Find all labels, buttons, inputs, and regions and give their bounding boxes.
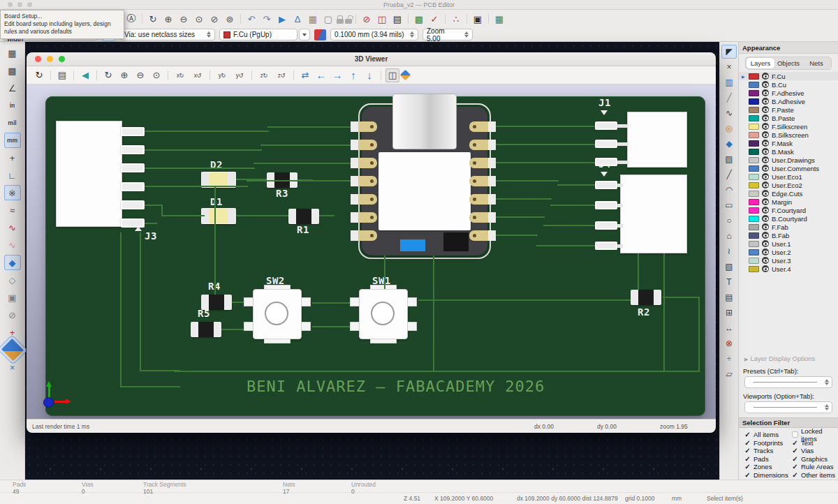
place-footprint-icon[interactable]: ▥: [721, 75, 737, 89]
checkbox[interactable]: ✓: [744, 455, 751, 463]
rotate-y-ccw-icon[interactable]: y↺: [232, 68, 247, 82]
grid-overrides-icon[interactable]: ▩: [4, 63, 21, 78]
appearance-tab[interactable]: Layers: [747, 58, 774, 68]
layer-row[interactable]: B.Cu: [739, 80, 838, 89]
scripting-console-icon[interactable]: ▣: [471, 12, 485, 26]
viewer-3d-titlebar[interactable]: 3D Viewer: [27, 52, 716, 66]
route-tracks-icon[interactable]: ╱: [721, 91, 737, 105]
layer-row[interactable]: User.Eco2: [739, 181, 838, 189]
units-mm-icon[interactable]: mm: [4, 133, 21, 148]
via-size-select[interactable]: Via: use netclass sizes: [120, 29, 215, 40]
zoom-select[interactable]: Zoom 5.00: [422, 29, 473, 40]
visibility-eye-icon[interactable]: [762, 240, 769, 247]
pad-display-icon[interactable]: ▣: [4, 290, 21, 305]
layer-color-swatch[interactable]: [749, 124, 759, 130]
via-display-icon[interactable]: ⊘: [4, 307, 21, 323]
checkbox[interactable]: ✓: [744, 471, 751, 479]
layer-row[interactable]: B.Silkscreen: [739, 131, 838, 139]
units-inches-icon[interactable]: in: [4, 98, 21, 113]
place-text-icon[interactable]: T: [721, 275, 737, 289]
presets-select[interactable]: [744, 376, 832, 388]
checkbox[interactable]: ✓: [791, 471, 799, 479]
zone-fill-icon[interactable]: ◆: [4, 255, 21, 270]
ortho-projection-icon[interactable]: ◫: [385, 68, 399, 82]
layer-color-swatch[interactable]: [749, 241, 759, 247]
render-view-icon[interactable]: ◀: [78, 68, 92, 82]
checkbox[interactable]: ✓: [744, 439, 751, 447]
reload-board-icon[interactable]: ↻: [32, 68, 46, 82]
layer-row[interactable]: User.Drawings: [739, 156, 838, 164]
drc-icon[interactable]: ✓: [427, 12, 441, 26]
visibility-eye-icon[interactable]: [762, 249, 769, 255]
unlock-icon[interactable]: [345, 19, 352, 24]
highlight-net-icon[interactable]: ∴: [449, 12, 463, 26]
zoom-auto-icon[interactable]: Ⓐ: [124, 12, 138, 26]
draw-polygon-icon[interactable]: ⌂: [721, 229, 737, 243]
zoom-fit-icon[interactable]: ⊙: [149, 68, 163, 82]
layers-manager-icon[interactable]: [1, 339, 24, 362]
rotate-x-ccw-icon[interactable]: x↺: [190, 68, 205, 82]
track-display-icon[interactable]: +: [4, 325, 21, 340]
select-tool-icon[interactable]: ◤: [721, 45, 737, 59]
viewer-3d-viewport[interactable]: J3 D2 D1 R3 R1 R4 R5 R2 J1: [27, 84, 716, 419]
layer-pair-icon[interactable]: [314, 29, 326, 40]
footprint-check-icon[interactable]: ⊘: [360, 12, 374, 26]
layer-color-swatch[interactable]: [749, 98, 759, 105]
rotate-z-ccw-icon[interactable]: z↺: [274, 68, 289, 82]
select-area-icon[interactable]: ▦: [306, 12, 320, 26]
update-pcb-icon[interactable]: ▩: [412, 12, 426, 26]
tune-length-icon[interactable]: ∿: [721, 106, 737, 120]
dimension-icon[interactable]: ↔: [721, 321, 737, 335]
grid-origin-icon[interactable]: +: [721, 352, 737, 366]
local-ratsnest-icon[interactable]: ×: [721, 60, 737, 74]
pan-left-icon[interactable]: ←: [314, 68, 328, 82]
layer-row[interactable]: B.Paste: [739, 114, 838, 122]
layer-row[interactable]: B.Fab: [739, 231, 838, 239]
library-browser-icon[interactable]: ◫: [375, 12, 389, 26]
visibility-eye-icon[interactable]: [762, 114, 769, 121]
layers-diamond-icon[interactable]: [400, 70, 411, 81]
layer-row[interactable]: F.Courtyard: [739, 206, 838, 214]
visibility-eye-icon[interactable]: [762, 173, 769, 180]
layer-color-swatch[interactable]: [749, 266, 759, 272]
pan-down-icon[interactable]: ↓: [362, 68, 376, 82]
ratsnest-curved-icon[interactable]: ≈: [4, 202, 21, 218]
layer-color-swatch[interactable]: [749, 140, 759, 147]
visibility-eye-icon[interactable]: [762, 73, 769, 80]
visibility-eye-icon[interactable]: [762, 257, 769, 264]
net-colors-icon[interactable]: ∿: [4, 237, 21, 253]
layer-color-swatch[interactable]: [749, 249, 759, 255]
ratsnest-visibility-icon[interactable]: ※: [4, 185, 21, 200]
draw-textbox-icon[interactable]: ▤: [721, 290, 737, 304]
checkbox[interactable]: ✓: [744, 431, 751, 438]
layer-row[interactable]: B.Mask: [739, 147, 838, 156]
visibility-eye-icon[interactable]: [762, 131, 769, 138]
zoom-selection-icon[interactable]: ⊚: [223, 12, 237, 26]
net-highlight-icon[interactable]: ∿: [4, 220, 21, 235]
zoom-out-icon[interactable]: ⊖: [133, 68, 147, 82]
visibility-eye-icon[interactable]: [762, 215, 769, 222]
draw-zone-icon[interactable]: ◆: [721, 137, 737, 151]
appearance-tab[interactable]: Objects: [774, 58, 802, 68]
layer-row[interactable]: User.Eco1: [739, 172, 838, 181]
measure-tool-icon[interactable]: ▱: [721, 367, 737, 381]
visibility-eye-icon[interactable]: [762, 190, 769, 197]
units-mils-icon[interactable]: mil: [4, 115, 21, 131]
layer-color-swatch[interactable]: [749, 157, 759, 163]
zoom-out-icon[interactable]: ⊖: [177, 12, 191, 26]
undo-icon[interactable]: ↶: [244, 12, 258, 26]
visibility-eye-icon[interactable]: [762, 98, 769, 105]
net-inspector-icon[interactable]: ▤: [390, 12, 404, 26]
layer-row[interactable]: F.Cu: [739, 72, 838, 80]
visibility-eye-icon[interactable]: [762, 181, 769, 188]
place-table-icon[interactable]: ⊞: [721, 306, 737, 320]
visibility-eye-icon[interactable]: [762, 265, 769, 272]
draw-rectangle-icon[interactable]: ▭: [721, 198, 737, 212]
layer-color-swatch[interactable]: [749, 132, 759, 138]
refresh-icon[interactable]: ↻: [146, 12, 160, 26]
layer-row[interactable]: B.Adhesive: [739, 97, 838, 105]
layer-row[interactable]: F.Mask: [739, 139, 838, 147]
visibility-eye-icon[interactable]: [762, 165, 769, 172]
checkbox[interactable]: [792, 431, 798, 438]
plot-icon[interactable]: ▶: [275, 12, 289, 26]
